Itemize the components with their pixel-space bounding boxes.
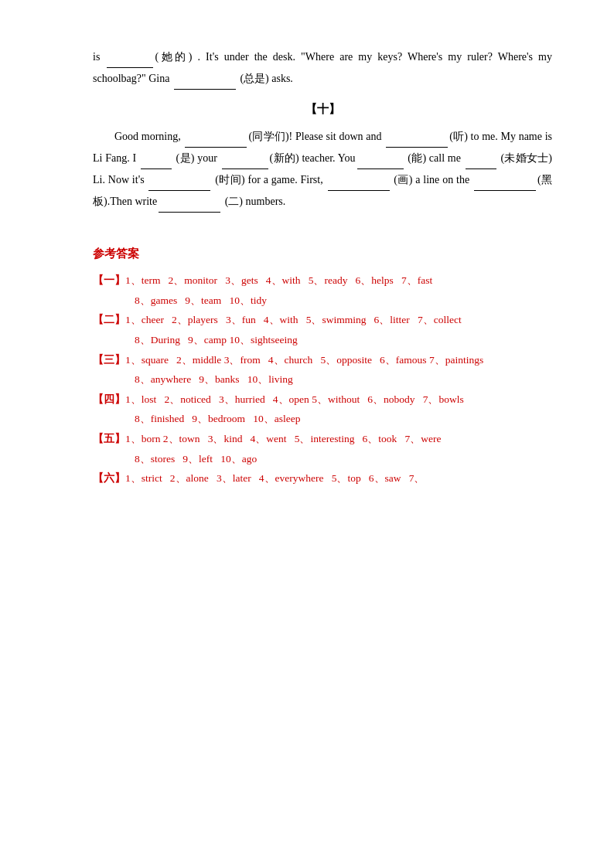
section-ten-title: 【十】 bbox=[93, 99, 552, 120]
answer-line-11: 【六】1、strict 2、alone 3、later 4、everywhere… bbox=[93, 468, 552, 488]
top-passage: is (她的) . It's under the desk. "Where ar… bbox=[93, 46, 552, 90]
answer-section: 参考答案 【一】1、term 2、monitor 3、gets 4、with 5… bbox=[93, 243, 552, 488]
answer-line-1: 【一】1、term 2、monitor 3、gets 4、with 5、read… bbox=[93, 271, 552, 291]
answer-line-6: 8、anywhere 9、banks 10、living bbox=[93, 369, 552, 390]
section-ten-paragraph: Good morning, (同学们)! Please sit down and… bbox=[93, 126, 552, 213]
answer-line-8: 8、finished 9、bedroom 10、asleep bbox=[93, 409, 552, 429]
answer-title: 参考答案 bbox=[93, 243, 552, 264]
blank-9 bbox=[148, 190, 210, 191]
blank-12 bbox=[159, 212, 220, 213]
passage-text-1: is (她的) . It's under the desk. "Where ar… bbox=[93, 51, 552, 84]
answer-line-9: 【五】1、born 2、town 3、kind 4、went 5、interes… bbox=[93, 429, 552, 449]
blank-11 bbox=[474, 190, 536, 191]
answer-line-4: 8、During 9、camp 10、sightseeing bbox=[93, 330, 552, 350]
blank-8 bbox=[466, 168, 496, 169]
blank-4 bbox=[386, 147, 448, 148]
answer-line-2: 8、games 9、team 10、tidy bbox=[93, 291, 552, 311]
answer-line-3: 【二】1、cheer 2、players 3、fun 4、with 5、swim… bbox=[93, 310, 552, 330]
answer-line-10: 8、stores 9、left 10、ago bbox=[93, 449, 552, 469]
blank-5 bbox=[141, 168, 172, 169]
blank-1 bbox=[107, 67, 153, 68]
blank-3 bbox=[185, 147, 247, 148]
main-content: is (她的) . It's under the desk. "Where ar… bbox=[93, 46, 552, 488]
blank-2 bbox=[174, 89, 236, 90]
blank-7 bbox=[357, 168, 404, 169]
answer-line-5: 【三】1、square 2、middle 3、from 4、church 5、o… bbox=[93, 350, 552, 370]
blank-10 bbox=[328, 190, 390, 191]
answer-line-7: 【四】1、lost 2、noticed 3、hurried 4、open 5、w… bbox=[93, 390, 552, 410]
blank-6 bbox=[222, 168, 268, 169]
